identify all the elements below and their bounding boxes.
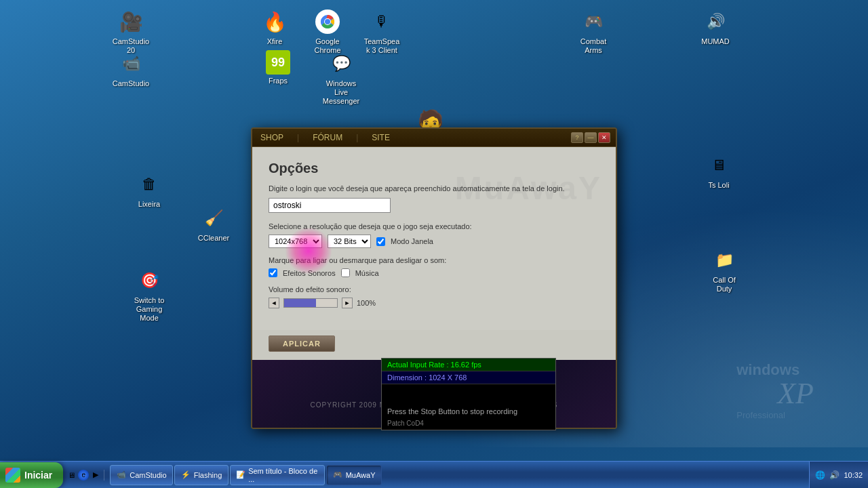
- window-titlebar: SHOP | FÓRUM | SITE ? — ✕: [252, 129, 616, 147]
- desktop-icon-teamspeak[interactable]: 🎙 TeamSpeak 3 Client: [358, 5, 406, 58]
- desktop-icon-label: Combat Arms: [572, 37, 614, 56]
- desktop-icon-lixeira[interactable]: 🗑 Lixeira: [125, 168, 173, 212]
- desktop-icon-combatarms-v[interactable]: 🖥 Ts Loli: [695, 149, 743, 193]
- windows-live-icon: 💬: [328, 50, 355, 77]
- desktop-icon-label: Switch to Gaming Mode: [128, 296, 170, 324]
- ie-icon[interactable]: e: [78, 470, 89, 481]
- start-button[interactable]: Iniciar: [0, 462, 63, 488]
- svg-point-3: [325, 19, 330, 24]
- volume-bar: [283, 298, 338, 308]
- media-player-icon[interactable]: ▶: [90, 470, 101, 481]
- login-desc: Digite o login que você deseja que apare…: [269, 184, 599, 192]
- muaway-taskbar-icon: 🎮: [332, 470, 343, 481]
- camstudio-taskbar-icon: 📹: [116, 470, 127, 481]
- notepad-taskbar-icon: 📝: [236, 470, 245, 481]
- camstudio-icon: 📹: [117, 50, 144, 77]
- desktop: windows XP Professional 🎥 CamStudio20 🔥 …: [0, 0, 868, 488]
- desktop-icon-label: Call Of Duty: [703, 275, 745, 294]
- mumad-icon: 🔊: [702, 8, 729, 35]
- chrome-icon: [314, 8, 341, 35]
- sound-desc: Marque para ligar ou desmarque para desl…: [269, 256, 599, 264]
- volume-row: ◄ ► 100%: [269, 298, 599, 308]
- desktop-icon-label: Windows Live Messenger: [320, 79, 362, 107]
- quick-launch: 🖥 e ▶: [63, 470, 104, 481]
- window-controls: ? — ✕: [571, 132, 610, 143]
- sound-row: Efeitos Sonoros Música: [269, 268, 599, 277]
- camstudio-taskbar-label: CamStudio: [130, 471, 166, 479]
- system-tray: 🌐 🔊 10:32: [809, 462, 868, 488]
- desktop-icon-label: Fraps: [267, 76, 289, 86]
- menu-site[interactable]: SITE: [369, 131, 393, 144]
- flashing-taskbar-icon: ⚡: [180, 470, 191, 481]
- tray-icon-network: 🌐: [815, 470, 825, 480]
- desktop-icon-switch-gaming[interactable]: 🎯 Switch to Gaming Mode: [125, 264, 173, 327]
- xfire-icon: 🔥: [261, 8, 288, 35]
- desktop-icon-mumad[interactable]: 🔊 MUMAD: [692, 5, 739, 49]
- taskbar-item-notepad[interactable]: 📝 Sem título - Bloco de ...: [230, 465, 325, 485]
- combatarms-v-icon: 🖥: [705, 152, 732, 179]
- switch-gaming-icon: 🎯: [136, 267, 163, 294]
- desktop-icon-label: TeamSpeak 3 Client: [361, 37, 403, 56]
- desktop-icon-label: MUMAD: [700, 37, 731, 47]
- desktop-icon-label: CamStudio: [111, 79, 151, 89]
- effects-label: Efeitos Sonoros: [283, 269, 336, 277]
- teamspeak-icon: 🎙: [368, 8, 395, 35]
- minimize-button[interactable]: —: [585, 132, 597, 143]
- close-button[interactable]: ✕: [598, 132, 610, 143]
- desktop-icon-camstudio[interactable]: 📹 CamStudio: [107, 47, 155, 92]
- volume-decrease-button[interactable]: ◄: [269, 298, 279, 308]
- window-menu: SHOP | FÓRUM | SITE: [258, 131, 571, 144]
- effects-checkbox[interactable]: [269, 268, 277, 277]
- music-checkbox[interactable]: [341, 268, 350, 277]
- desktop-icon-ccleaner[interactable]: 🧹 CCleaner: [190, 202, 237, 246]
- desktop-icon-label: CCleaner: [197, 233, 231, 243]
- button-row: APLICAR: [252, 330, 616, 360]
- muaway-taskbar-label: MuAwaY: [346, 471, 376, 479]
- login-input[interactable]: [269, 198, 391, 213]
- options-title: Opções: [269, 161, 599, 176]
- desktop-icon-fraps[interactable]: 99 Fraps: [254, 47, 302, 89]
- info-panel: Actual Input Rate : 16.62 fps Dimension …: [381, 358, 556, 430]
- help-button[interactable]: ?: [571, 132, 583, 143]
- clock: 10:32: [844, 471, 863, 479]
- desktop-icon-xfire[interactable]: 🔥 Xfire: [251, 5, 298, 49]
- desktop-icon-ts-loli[interactable]: 📁 Call Of Duty: [701, 244, 748, 297]
- fraps-icon: 99: [266, 50, 290, 75]
- start-label: Iniciar: [24, 470, 52, 481]
- volume-label: Volume do efeito sonoro:: [269, 285, 599, 293]
- menu-shop[interactable]: SHOP: [258, 131, 286, 144]
- volume-percent: 100%: [357, 299, 376, 307]
- ts-loli-icon: 📁: [711, 247, 738, 274]
- taskbar-item-camstudio[interactable]: 📹 CamStudio: [110, 465, 172, 485]
- apply-button[interactable]: APLICAR: [269, 336, 335, 352]
- flashing-taskbar-label: Flashing: [194, 471, 222, 479]
- menu-forum[interactable]: FÓRUM: [310, 131, 345, 144]
- bits-select[interactable]: 32 Bits 16 Bits: [328, 235, 371, 248]
- dimension-row: Dimension : 1024 X 768: [382, 371, 555, 384]
- stop-message: Press the Stop Button to stop recording: [382, 405, 555, 418]
- input-rate-row: Actual Input Rate : 16.62 fps: [382, 359, 555, 371]
- resolution-desc: Selecione a resolução que deseja que o j…: [269, 222, 599, 230]
- windowed-mode-label: Modo Janela: [391, 237, 433, 245]
- desktop-icon-label: Ts Loli: [707, 180, 730, 190]
- taskbar: Iniciar 🖥 e ▶ 📹 CamStudio ⚡ Flashing 📝 S…: [0, 461, 868, 488]
- options-panel: Opções Digite o login que você deseja qu…: [252, 147, 616, 330]
- taskbar-item-muaway[interactable]: 🎮 MuAwaY: [326, 465, 382, 485]
- notepad-taskbar-label: Sem título - Bloco de ...: [248, 467, 319, 483]
- desktop-icon-windows-live[interactable]: 💬 Windows Live Messenger: [317, 47, 365, 110]
- windowed-mode-checkbox[interactable]: [376, 237, 385, 246]
- volume-increase-button[interactable]: ►: [342, 298, 353, 308]
- ccleaner-icon: 🧹: [200, 205, 227, 232]
- lixeira-icon: 🗑: [136, 171, 163, 198]
- camstudio20-icon: 🎥: [117, 8, 144, 35]
- resolution-select[interactable]: 1024x768 800x600 868x488: [269, 235, 322, 248]
- windows-logo-icon: [5, 468, 20, 483]
- show-desktop-icon[interactable]: 🖥: [66, 470, 77, 481]
- resolution-row: 1024x768 800x600 868x488 32 Bits 16 Bit…: [269, 235, 599, 248]
- taskbar-item-flashing[interactable]: ⚡ Flashing: [174, 465, 229, 485]
- patch-label: Patch CoD4: [382, 418, 555, 430]
- tray-icon-volume: 🔊: [829, 470, 840, 480]
- desktop-icon-label: Lixeira: [137, 199, 161, 209]
- desktop-icon-combat-arms[interactable]: 🎮 Combat Arms: [570, 5, 617, 58]
- combat-arms-icon: 🎮: [580, 8, 607, 35]
